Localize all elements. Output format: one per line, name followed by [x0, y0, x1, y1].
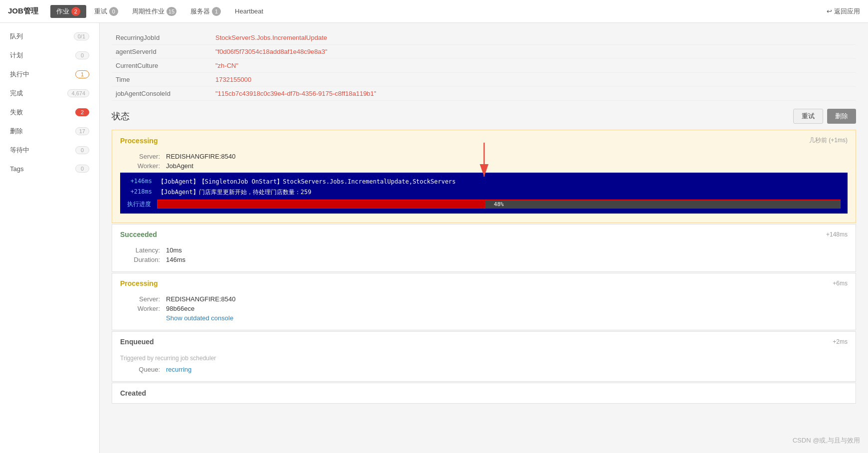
worker-key-outdated: Worker: — [120, 305, 160, 312]
prop-key-culture: CurrentCulture — [112, 59, 211, 73]
console-msg-2: 【JobAgent】门店库里更新开始，待处理门店数量：259 — [158, 188, 311, 197]
brand-logo: JOB管理 — [8, 6, 38, 16]
server-row-outdated: Server: REDISHANGFIRE:8540 — [120, 295, 848, 303]
tab-heartbeat[interactable]: Heartbeat — [229, 5, 269, 17]
progress-bar-outer: 48% — [157, 200, 841, 209]
server-val-active: REDISHANGFIRE:8540 — [166, 153, 235, 160]
status-actions: 重试 删除 — [793, 109, 856, 124]
console-line-2: +218ms 【JobAgent】门店库里更新开始，待处理门店数量：259 — [127, 188, 841, 197]
nav-tabs: 作业 2 重试 0 周期性作业 15 服务器 1 Heartbeat — [50, 5, 269, 18]
sidebar-item-deleted[interactable]: 删除 17 — [0, 122, 99, 141]
retry-button[interactable]: 重试 — [793, 109, 823, 124]
card-processing-outdated: Processing +6ms Server: REDISHANGFIRE:85… — [112, 273, 856, 330]
card-header-processing-outdated: Processing +6ms — [112, 273, 856, 293]
console-block: +146ms 【JobAgent】【SingletonJob OnStart】S… — [120, 173, 848, 214]
console-time-2: +218ms — [127, 188, 152, 197]
latency-row: Latency: 10ms — [120, 246, 848, 254]
queue-count: 0/1 — [74, 32, 89, 40]
card-enqueued: Enqueued +2ms Triggered by recurring job… — [112, 331, 856, 382]
prop-row-consoleid: jobAgentConsoleId "115cb7c43918c0c39e4-d… — [112, 87, 856, 101]
succeeded-count: 4,674 — [67, 89, 89, 97]
recurring-badge: 15 — [167, 7, 176, 16]
card-header-enqueued: Enqueued +2ms — [112, 332, 856, 352]
back-button[interactable]: ↩ 返回应用 — [827, 7, 860, 16]
card-header-succeeded: Succeeded +148ms — [112, 225, 856, 244]
status-section-heading: 状态 重试 删除 — [112, 109, 856, 124]
progress-pct: 48% — [494, 201, 504, 208]
prop-val-culture: "zh-CN" — [211, 59, 856, 73]
duration-row: Duration: 146ms — [120, 256, 848, 263]
queue-row: Queue: recurring — [120, 366, 848, 373]
succeeded-time: +148ms — [826, 231, 848, 238]
tab-retry[interactable]: 重试 0 — [88, 5, 124, 18]
jobs-badge: 2 — [71, 7, 80, 16]
server-key-active: Server: — [120, 153, 160, 160]
processing-outdated-time: +6ms — [833, 280, 848, 287]
card-succeeded: Succeeded +148ms Latency: 10ms Duration:… — [112, 224, 856, 272]
prop-key-agentserverid: agentServerId — [112, 45, 211, 59]
sidebar-item-failed[interactable]: 失败 2 — [0, 103, 99, 122]
outdated-console-spacer — [120, 314, 160, 322]
progress-row: 执行进度 48% — [127, 200, 841, 209]
scheduled-count: 0 — [75, 51, 89, 59]
latency-val: 10ms — [166, 246, 182, 254]
worker-val-active: JobAgent — [166, 162, 193, 170]
worker-val-outdated: 98b66ece — [166, 305, 194, 312]
card-created: Created — [112, 383, 856, 404]
prop-val-agentserverid: "f0d06f5f73054c18add8af1e48c9e8a3" — [211, 45, 856, 59]
prop-val-recurringjobid: StockServerS.Jobs.IncrementalUpdate — [211, 31, 856, 45]
console-line-1: +146ms 【JobAgent】【SingletonJob OnStart】S… — [127, 178, 841, 186]
delete-button[interactable]: 删除 — [827, 109, 856, 124]
enqueued-time: +2ms — [833, 338, 848, 345]
progress-bar-inner — [158, 200, 485, 208]
prop-row-time: Time 1732155000 — [112, 73, 856, 87]
sidebar-item-tags[interactable]: Tags 0 — [0, 160, 99, 178]
prop-row-agentserverid: agentServerId "f0d06f5f73054c18add8af1e4… — [112, 45, 856, 59]
duration-key: Duration: — [120, 256, 160, 263]
created-title: Created — [120, 389, 146, 397]
enqueued-title: Enqueued — [120, 338, 154, 346]
card-processing-active: Processing 几秒前 (+1ms) Server: REDISHANGF… — [112, 130, 856, 223]
triggered-text: Triggered by recurring job scheduler — [120, 355, 848, 362]
prop-val-consoleid: "115cb7c43918c0c39e4-df7b-4356-9175-c8ff… — [211, 87, 856, 101]
tab-recurring[interactable]: 周期性作业 15 — [126, 5, 182, 18]
worker-key-active: Worker: — [120, 162, 160, 170]
latency-key: Latency: — [120, 246, 160, 254]
console-time-1: +146ms — [127, 178, 152, 186]
duration-val: 146ms — [166, 256, 185, 263]
prop-key-consoleid: jobAgentConsoleId — [112, 87, 211, 101]
queue-val[interactable]: recurring — [166, 366, 191, 373]
show-outdated-console-link[interactable]: Show outdated console — [166, 314, 233, 322]
layout: 队列 0/1 计划 0 执行中 1 完成 4,674 失败 2 删除 17 等待… — [0, 23, 868, 453]
properties-table: RecurringJobId StockServerS.Jobs.Increme… — [112, 31, 856, 101]
worker-row-outdated: Worker: 98b66ece — [120, 305, 848, 312]
sidebar-item-succeeded[interactable]: 完成 4,674 — [0, 84, 99, 103]
sidebar: 队列 0/1 计划 0 执行中 1 完成 4,674 失败 2 删除 17 等待… — [0, 23, 100, 453]
sidebar-item-queue[interactable]: 队列 0/1 — [0, 27, 99, 46]
card-body-processing-active: Server: REDISHANGFIRE:8540 Worker: JobAg… — [112, 151, 856, 223]
processing-count: 1 — [75, 70, 89, 78]
card-body-succeeded: Latency: 10ms Duration: 146ms — [112, 244, 856, 271]
processing-active-title: Processing — [120, 137, 158, 145]
processing-outdated-title: Processing — [120, 279, 158, 287]
status-title-text: 状态 — [112, 110, 130, 122]
tab-servers[interactable]: 服务器 1 — [184, 5, 227, 18]
sidebar-item-scheduled[interactable]: 计划 0 — [0, 46, 99, 65]
outdated-console-row: Show outdated console — [120, 314, 848, 322]
succeeded-title: Succeeded — [120, 230, 157, 238]
sidebar-item-processing[interactable]: 执行中 1 — [0, 65, 99, 84]
progress-label: 执行进度 — [127, 200, 152, 209]
prop-row-recurringjobid: RecurringJobId StockServerS.Jobs.Increme… — [112, 31, 856, 45]
queue-key: Queue: — [120, 366, 160, 373]
sidebar-item-awaiting[interactable]: 等待中 0 — [0, 141, 99, 160]
processing-active-time: 几秒前 (+1ms) — [809, 136, 848, 145]
tags-count: 0 — [75, 165, 89, 173]
prop-val-time: 1732155000 — [211, 73, 856, 87]
tab-jobs[interactable]: 作业 2 — [50, 5, 86, 18]
server-row-active: Server: REDISHANGFIRE:8540 — [120, 153, 848, 160]
card-body-enqueued: Triggered by recurring job scheduler Que… — [112, 352, 856, 381]
server-key-outdated: Server: — [120, 295, 160, 303]
worker-row-active: Worker: JobAgent — [120, 162, 848, 170]
main-content: RecurringJobId StockServerS.Jobs.Increme… — [100, 23, 868, 453]
card-header-created: Created — [112, 383, 856, 403]
